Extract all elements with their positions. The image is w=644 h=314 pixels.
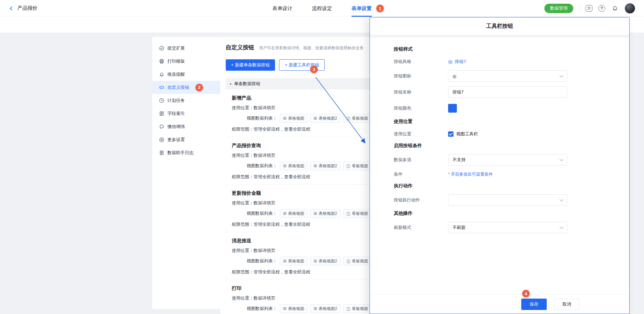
- sidebar-item-4[interactable]: 自定义按钮2: [152, 81, 220, 94]
- help-icon[interactable]: ?: [598, 5, 605, 12]
- refresh-mode-value: 不刷新: [452, 225, 466, 231]
- new-toolbar-button[interactable]: + 新建工具栏按钮: [279, 59, 325, 71]
- usage-position-label: 使用位置: [394, 131, 448, 137]
- views-label: 视图数据列表：: [247, 163, 277, 169]
- multi-select-dropdown[interactable]: 不支持: [448, 154, 567, 166]
- condition-hint-link[interactable]: *开启多选后可设置条件: [448, 172, 493, 177]
- vertical-divider: [579, 5, 580, 11]
- cancel-button[interactable]: 取消: [554, 299, 580, 310]
- button-color-swatch[interactable]: [448, 104, 457, 113]
- view-tag-label: 表格视图2: [319, 116, 337, 121]
- sidebar-item-5[interactable]: 计划任务: [152, 94, 220, 107]
- view-tag: ⊞表格视图2: [310, 304, 340, 313]
- bell-icon[interactable]: [611, 5, 619, 12]
- table-view-icon: ⊞: [283, 116, 286, 121]
- view-tag: ⊞表格视图2: [310, 114, 340, 123]
- table-view-icon: ⊞: [314, 164, 317, 168]
- button-icon: [159, 85, 164, 90]
- sidebar-item-6[interactable]: 字段索引: [152, 107, 220, 120]
- view-tag: ◫看板视图: [343, 162, 371, 170]
- section-title: 单条数据按钮: [234, 81, 260, 87]
- sidebar-item-9[interactable]: 数据助手日志: [152, 146, 220, 159]
- table-view-icon: ⊞: [314, 211, 317, 216]
- sidebar-item-3[interactable]: 推送提醒: [152, 68, 220, 81]
- views-label: 视图数据列表：: [247, 258, 277, 264]
- log-icon: [159, 150, 164, 155]
- table-view-icon: ⊞: [283, 259, 286, 263]
- tab-1[interactable]: 表单设计: [272, 0, 292, 17]
- section-execute-action: 执行动作: [394, 183, 616, 189]
- header-actions: 数据管理 文 ?: [544, 3, 635, 14]
- view-toolbar-checkbox-label: 视图工具栏: [456, 131, 478, 137]
- save-button[interactable]: 保存: [521, 299, 547, 310]
- chevron-left-icon: [9, 6, 14, 11]
- clock-icon: [159, 98, 164, 103]
- section-button-style: 按钮样式: [394, 46, 616, 52]
- button-color-label: 按钮颜色: [394, 105, 448, 111]
- tab-3[interactable]: 表单设置1: [352, 0, 372, 17]
- button-name-label: 按钮名称: [394, 89, 448, 95]
- view-tag-label: 表格视图2: [319, 211, 337, 216]
- refresh-mode-dropdown[interactable]: 不刷新: [448, 222, 567, 233]
- content-description: 用户可在查看数据详情、视图、批量选择数据场景触发业务: [259, 45, 364, 51]
- view-tag-label: 表格视图: [288, 306, 304, 312]
- button-style-value[interactable]: ◎ 按钮7: [448, 59, 466, 65]
- tab-label: 流程设定: [312, 5, 332, 12]
- kanban-view-icon: ◫: [346, 306, 350, 311]
- multi-select-label: 数据多选: [394, 157, 448, 163]
- toolbar-button-drawer: 工具栏按钮 按钮样式 按钮风格 ◎ 按钮7 按钮图标 ◎ 按钮名称: [370, 17, 630, 314]
- table-view-icon: ⊞: [314, 116, 317, 121]
- button-icon-value: ◎: [452, 74, 456, 79]
- back-button[interactable]: 产品报价: [9, 5, 38, 11]
- annotation-badge-4: 4: [522, 290, 530, 297]
- view-tag-label: 表格视图2: [319, 306, 337, 312]
- view-tag: ⊞表格视图2: [310, 257, 340, 265]
- sidebar-item-8[interactable]: 更多设置: [152, 133, 220, 146]
- section-other-operations: 其他操作: [394, 210, 616, 216]
- multi-select-value: 不支持: [452, 157, 466, 163]
- button-style-text: 按钮7: [455, 59, 466, 65]
- sidebar-item-2[interactable]: 打印模版: [152, 55, 220, 68]
- view-tag: ⊞表格视图: [280, 304, 308, 313]
- sidebar-item-1[interactable]: 提交扩展: [152, 42, 220, 55]
- sidebar-item-label: 计划任务: [167, 98, 185, 104]
- data-manage-button[interactable]: 数据管理: [544, 4, 573, 13]
- table-view-icon: ⊞: [283, 306, 286, 311]
- view-tag: ⊞表格视图2: [310, 209, 340, 218]
- sidebar-item-7[interactable]: 微信增强: [152, 120, 220, 133]
- avatar[interactable]: [625, 3, 635, 14]
- kanban-view-icon: ◫: [346, 164, 350, 168]
- view-tag: ◫看板视图: [343, 209, 371, 218]
- tab-2[interactable]: 流程设定: [312, 0, 332, 17]
- view-tag: ⊞表格视图: [280, 114, 308, 123]
- collapse-triangle-icon: ▾: [230, 82, 231, 86]
- view-tag-label: 看板视图: [352, 258, 368, 264]
- settings-sidebar: 提交扩展打印模版推送提醒自定义按钮2计划任务字段索引微信增强更多设置数据助手日志: [152, 37, 220, 309]
- button-name-input[interactable]: [448, 86, 567, 98]
- view-tag-label: 表格视图: [288, 116, 304, 121]
- sidebar-item-label: 推送提醒: [167, 71, 185, 77]
- drawer-divider: [370, 35, 629, 38]
- button-icon-select[interactable]: ◎: [448, 70, 567, 82]
- printer-icon: [159, 59, 164, 64]
- language-icon[interactable]: 文: [586, 5, 592, 12]
- view-tag: ⊞表格视图: [280, 162, 308, 170]
- condition-hint-text: 开启多选后可设置条件: [451, 172, 493, 177]
- kanban-view-icon: ◫: [346, 211, 350, 216]
- view-tag-label: 表格视图2: [319, 163, 337, 169]
- new-single-data-button[interactable]: + 新建单条数据按钮: [226, 59, 275, 71]
- view-tag-label: 表格视图: [288, 211, 304, 216]
- sidebar-item-label: 更多设置: [167, 137, 185, 143]
- view-tag-label: 表格视图2: [319, 258, 337, 264]
- sidebar-item-label: 数据助手日志: [167, 150, 194, 156]
- view-toolbar-checkbox[interactable]: [448, 131, 453, 137]
- target-icon: ◎: [448, 59, 452, 65]
- table-view-icon: ⊞: [283, 164, 286, 168]
- view-tag-label: 看板视图: [352, 211, 368, 216]
- tab-label: 表单设计: [272, 5, 292, 12]
- tab-label: 表单设置: [352, 5, 372, 12]
- index-icon: [159, 111, 164, 116]
- execute-action-dropdown[interactable]: [448, 194, 567, 206]
- views-label: 视图数据列表：: [247, 115, 277, 121]
- view-tag: ◫看板视图: [343, 114, 371, 123]
